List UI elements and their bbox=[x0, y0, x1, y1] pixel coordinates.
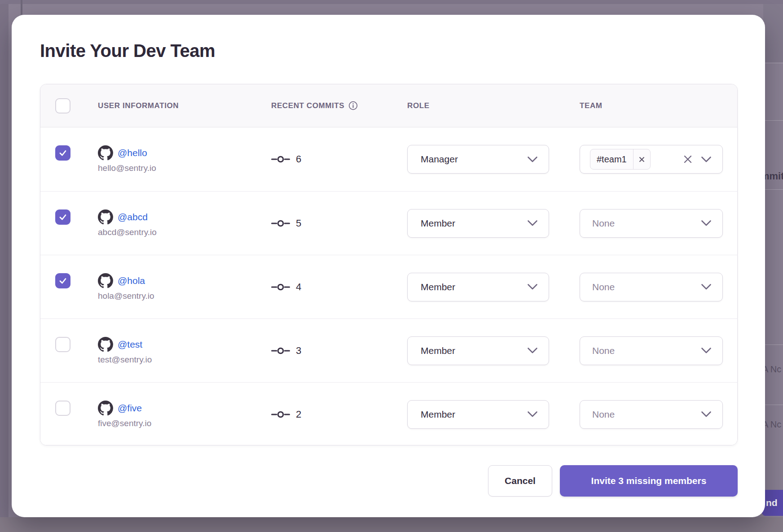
header-recent-commits-label: RECENT COMMITS bbox=[271, 101, 344, 110]
chevron-down-icon bbox=[527, 220, 538, 227]
row-checkbox-cell bbox=[40, 279, 98, 295]
chevron-down-icon bbox=[701, 156, 712, 163]
chevron-down-icon bbox=[527, 347, 538, 354]
row-checkbox[interactable] bbox=[55, 337, 70, 352]
role-cell: Member bbox=[407, 400, 580, 429]
table-row: @abcd abcd@sentry.io 5 Member bbox=[40, 191, 737, 255]
chevron-down-icon bbox=[527, 411, 538, 418]
invite-members-button[interactable]: Invite 3 missing members bbox=[560, 465, 738, 497]
git-commit-icon bbox=[271, 410, 290, 419]
github-handle-link[interactable]: @five bbox=[118, 403, 142, 414]
background-text-fragment: A Nc bbox=[762, 364, 781, 375]
background-edge bbox=[0, 0, 9, 532]
github-handle-link[interactable]: @hola bbox=[118, 275, 145, 286]
team-select[interactable]: None None bbox=[580, 273, 723, 301]
role-select[interactable]: Manager bbox=[407, 145, 549, 174]
background-edge bbox=[0, 517, 783, 532]
background-row-line bbox=[762, 120, 783, 121]
row-checkbox[interactable] bbox=[55, 209, 70, 225]
user-email: test@sentry.io bbox=[98, 355, 271, 365]
role-select-value: Manager bbox=[421, 154, 458, 165]
check-icon bbox=[58, 276, 67, 285]
github-handle-link[interactable]: @test bbox=[118, 339, 142, 350]
header-role: ROLE bbox=[407, 101, 580, 110]
team-cell: None None bbox=[580, 400, 738, 429]
row-checkbox-cell bbox=[40, 407, 98, 422]
invite-table: USER INFORMATION RECENT COMMITS ROLE TEA… bbox=[40, 84, 738, 445]
role-cell: Member bbox=[407, 209, 580, 238]
role-cell: Member bbox=[407, 273, 580, 301]
table-row: @hola hola@sentry.io 4 Member bbox=[40, 255, 737, 318]
recent-commits-cell: 5 bbox=[271, 218, 407, 229]
role-select-value: Member bbox=[421, 409, 455, 420]
table-row: @five five@sentry.io 2 Member bbox=[40, 382, 737, 445]
check-icon bbox=[58, 148, 67, 157]
team-select-value: None bbox=[590, 282, 615, 292]
role-select[interactable]: Member bbox=[407, 336, 549, 365]
team-chip: #team1 bbox=[590, 149, 651, 170]
user-information-cell: @hola hola@sentry.io bbox=[98, 273, 271, 301]
modal-overlay: mmit A Nc A Nc nd Invite Your Dev Team U… bbox=[0, 0, 783, 532]
role-cell: Manager bbox=[407, 145, 580, 174]
cancel-button[interactable]: Cancel bbox=[488, 465, 552, 497]
clear-team-icon[interactable] bbox=[683, 155, 692, 164]
chevron-down-icon bbox=[701, 220, 712, 227]
background-row-line bbox=[762, 344, 783, 345]
user-information-cell: @five five@sentry.io bbox=[98, 401, 271, 428]
role-select[interactable]: Member bbox=[407, 400, 549, 429]
role-select-value: Member bbox=[421, 218, 455, 229]
git-commit-icon bbox=[271, 155, 290, 163]
team-cell: #team1 #team1 bbox=[580, 145, 738, 174]
chevron-down-icon bbox=[701, 411, 712, 418]
role-select[interactable]: Member bbox=[407, 273, 549, 301]
header-team: TEAM bbox=[580, 101, 738, 110]
team-select-value: None bbox=[590, 345, 615, 356]
row-checkbox[interactable] bbox=[55, 145, 70, 161]
chevron-down-icon bbox=[527, 283, 538, 290]
row-checkbox-cell bbox=[40, 216, 98, 231]
header-user-information: USER INFORMATION bbox=[98, 101, 271, 110]
table-row: @hello hello@sentry.io 6 Manager bbox=[40, 127, 737, 191]
git-commit-icon bbox=[271, 219, 290, 227]
team-select[interactable]: None None bbox=[580, 336, 723, 365]
git-commit-icon bbox=[271, 347, 290, 355]
role-select[interactable]: Member bbox=[407, 209, 549, 238]
info-icon[interactable] bbox=[348, 101, 358, 110]
commit-count: 4 bbox=[296, 281, 301, 293]
user-information-cell: @hello hello@sentry.io bbox=[98, 145, 271, 173]
team-select[interactable]: #team1 #team1 bbox=[580, 145, 723, 174]
team-select-value: None bbox=[590, 409, 615, 420]
team-select[interactable]: None None bbox=[580, 209, 723, 238]
modal-title: Invite Your Dev Team bbox=[40, 41, 215, 61]
github-handle-link[interactable]: @abcd bbox=[118, 212, 148, 222]
team-cell: None None bbox=[580, 273, 738, 301]
team-cell: None None bbox=[580, 336, 738, 365]
github-handle-link[interactable]: @hello bbox=[118, 148, 147, 158]
row-checkbox-cell bbox=[40, 152, 98, 167]
remove-team-icon[interactable] bbox=[633, 149, 650, 170]
table-header-row: USER INFORMATION RECENT COMMITS ROLE TEA… bbox=[40, 84, 737, 127]
user-email: hola@sentry.io bbox=[98, 291, 271, 301]
github-icon bbox=[98, 145, 113, 161]
git-commit-icon bbox=[271, 283, 290, 291]
recent-commits-cell: 2 bbox=[271, 409, 407, 420]
recent-commits-cell: 3 bbox=[271, 345, 407, 357]
team-chip-label: #team1 bbox=[590, 154, 633, 165]
row-checkbox[interactable] bbox=[55, 273, 70, 288]
github-icon bbox=[98, 273, 113, 288]
background-row-line bbox=[762, 189, 783, 190]
role-select-value: Member bbox=[421, 345, 455, 356]
background-row-line bbox=[762, 405, 783, 405]
github-icon bbox=[98, 337, 113, 352]
select-all-checkbox[interactable] bbox=[55, 98, 70, 113]
commit-count: 5 bbox=[296, 218, 301, 229]
role-select-value: Member bbox=[421, 282, 455, 292]
team-cell: None None bbox=[580, 209, 738, 238]
user-email: hello@sentry.io bbox=[98, 163, 271, 173]
row-checkbox[interactable] bbox=[55, 401, 70, 416]
user-information-cell: @test test@sentry.io bbox=[98, 337, 271, 365]
background-row-line bbox=[762, 63, 783, 63]
chevron-down-icon bbox=[527, 156, 538, 163]
team-select[interactable]: None None bbox=[580, 400, 723, 429]
commit-count: 2 bbox=[296, 409, 301, 420]
